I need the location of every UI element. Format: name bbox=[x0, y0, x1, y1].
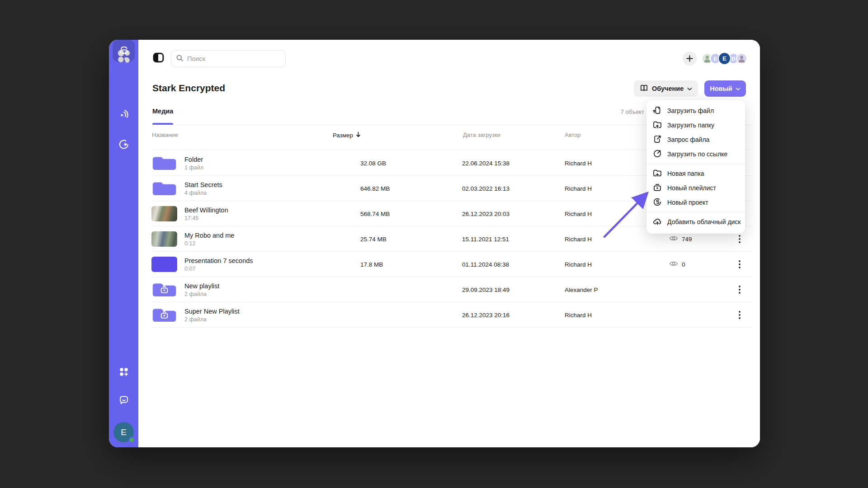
chevron-down-icon bbox=[687, 85, 692, 92]
item-views: 0 bbox=[669, 261, 685, 268]
item-meta: 2 файла bbox=[184, 316, 240, 323]
row-thumbnail bbox=[151, 307, 177, 323]
sidebar-item-media[interactable] bbox=[113, 40, 135, 62]
item-title: Start Secrets bbox=[184, 181, 222, 188]
row-thumbnail bbox=[151, 257, 177, 272]
user-avatar[interactable]: E bbox=[113, 422, 134, 442]
sidebar-item-stream[interactable] bbox=[113, 104, 135, 126]
add-member-button[interactable] bbox=[683, 52, 697, 66]
item-date: 22.06.2024 15:38 bbox=[462, 160, 509, 167]
analytics-play-icon bbox=[118, 138, 130, 152]
menu-item[interactable]: Запрос файла bbox=[646, 132, 745, 147]
sidebar-item-apps[interactable] bbox=[113, 361, 135, 384]
item-date: 02.03.2022 16:13 bbox=[462, 185, 509, 192]
menu-item[interactable]: Новая папка bbox=[646, 166, 745, 181]
new-button-label: Новый bbox=[710, 85, 732, 92]
column-header-date[interactable]: Дата загрузки bbox=[463, 131, 500, 138]
sidebar-toggle-button[interactable] bbox=[152, 51, 165, 64]
eye-icon bbox=[669, 261, 678, 268]
tab-media[interactable]: Медиа bbox=[152, 108, 173, 115]
sidebar-item-chat[interactable] bbox=[113, 389, 135, 412]
menu-item[interactable]: Загрузить папку bbox=[646, 118, 745, 132]
search-icon bbox=[176, 54, 184, 64]
training-button[interactable]: Обучение bbox=[634, 80, 698, 97]
chevron-down-icon bbox=[736, 85, 741, 92]
folder-plus-icon bbox=[653, 169, 662, 179]
row-thumbnail bbox=[151, 231, 177, 247]
row-menu-button[interactable] bbox=[733, 233, 746, 245]
eye-icon bbox=[669, 235, 678, 243]
chat-icon bbox=[118, 394, 130, 408]
item-meta: 0:12 bbox=[184, 240, 234, 247]
item-title: Folder bbox=[184, 156, 203, 163]
item-size: 32.08 GB bbox=[360, 160, 386, 167]
user-avatar-initial: E bbox=[121, 427, 127, 437]
menu-item[interactable]: Загрузить по ссылке bbox=[646, 147, 745, 161]
book-icon bbox=[640, 84, 648, 94]
item-size: 646.82 MB bbox=[360, 185, 390, 192]
row-menu-button[interactable] bbox=[733, 283, 746, 296]
menu-item-label: Загрузить по ссылке bbox=[667, 150, 727, 158]
item-title: Presentation 7 seconds bbox=[184, 257, 253, 264]
item-size: 17.8 MB bbox=[360, 261, 383, 268]
menu-item-label: Добавить облачный диск bbox=[667, 218, 741, 225]
column-header-name[interactable]: Название bbox=[152, 131, 178, 138]
sidebar-item-analytics[interactable] bbox=[113, 134, 135, 156]
item-title: Beef Willington bbox=[184, 206, 228, 214]
cloud-plus-icon bbox=[653, 217, 662, 227]
menu-item-label: Новый плейлист bbox=[667, 184, 716, 192]
menu-item-label: Загрузить папку bbox=[667, 122, 714, 129]
item-meta: 17:45 bbox=[184, 215, 228, 221]
menu-item-label: Новый проект bbox=[667, 199, 708, 206]
item-date: 26.12.2023 20:16 bbox=[462, 312, 509, 319]
member-avatar[interactable]: E bbox=[718, 52, 731, 65]
main-content: EED Stark Encrypted Обучение Новый Медиа… bbox=[138, 40, 760, 447]
link-upload-icon bbox=[653, 149, 662, 160]
page-title: Stark Encrypted bbox=[152, 83, 225, 94]
item-date: 01.11.2024 08:38 bbox=[462, 261, 509, 268]
member-avatar[interactable] bbox=[736, 53, 747, 64]
item-meta: 4 файла bbox=[184, 190, 222, 196]
table-row[interactable]: Super New Playlist 2 файла 26.12.2023 20… bbox=[138, 302, 760, 328]
apps-plus-icon bbox=[118, 366, 130, 380]
menu-item-label: Загрузить файл bbox=[667, 107, 714, 114]
menu-item[interactable]: Новый проект bbox=[646, 195, 745, 210]
menu-item[interactable]: Загрузить файл bbox=[646, 103, 745, 118]
item-size: 25.74 MB bbox=[360, 236, 387, 243]
menu-item-label: Новая папка bbox=[667, 170, 704, 177]
item-meta: 0:07 bbox=[184, 266, 253, 272]
online-status-dot bbox=[129, 437, 135, 443]
item-author: Richard H bbox=[565, 160, 592, 167]
item-author: Richard H bbox=[565, 236, 592, 243]
menu-item[interactable]: Новый плейлист bbox=[646, 181, 745, 195]
new-button[interactable]: Новый bbox=[704, 80, 746, 97]
item-title: Super New Playlist bbox=[184, 308, 240, 315]
row-menu-button[interactable] bbox=[733, 309, 746, 321]
training-button-label: Обучение bbox=[652, 85, 684, 92]
row-menu-button[interactable] bbox=[733, 258, 746, 271]
item-views: 749 bbox=[669, 235, 692, 243]
item-date: 29.09.2023 18:49 bbox=[462, 286, 509, 293]
row-thumbnail bbox=[151, 155, 177, 171]
item-author: Richard H bbox=[565, 312, 592, 319]
search-input[interactable] bbox=[187, 55, 281, 62]
new-dropdown-menu: Загрузить файлЗагрузить папкуЗапрос файл… bbox=[646, 100, 745, 234]
item-meta: 1 файл bbox=[184, 164, 203, 171]
item-title: New playlist bbox=[184, 282, 219, 290]
objects-count: 7 объект bbox=[621, 108, 644, 115]
item-author: Richard H bbox=[565, 211, 592, 217]
column-header-author[interactable]: Автор bbox=[565, 131, 581, 138]
column-header-size[interactable]: Размер bbox=[333, 131, 361, 139]
file-upload-icon bbox=[653, 106, 662, 116]
stream-icon bbox=[118, 108, 130, 122]
menu-item-label: Запрос файла bbox=[667, 136, 709, 143]
menu-separator bbox=[646, 212, 745, 212]
item-author: Richard H bbox=[565, 185, 592, 192]
item-meta: 2 файла bbox=[184, 291, 219, 297]
menu-separator bbox=[646, 164, 745, 164]
file-request-icon bbox=[653, 135, 662, 145]
menu-item[interactable]: Добавить облачный диск bbox=[646, 215, 745, 229]
table-row[interactable]: Presentation 7 seconds 0:07 17.8 MB 01.1… bbox=[138, 252, 760, 277]
views-count: 749 bbox=[682, 236, 692, 243]
table-row[interactable]: New playlist 2 файла 29.09.2023 18:49 Al… bbox=[138, 277, 760, 302]
